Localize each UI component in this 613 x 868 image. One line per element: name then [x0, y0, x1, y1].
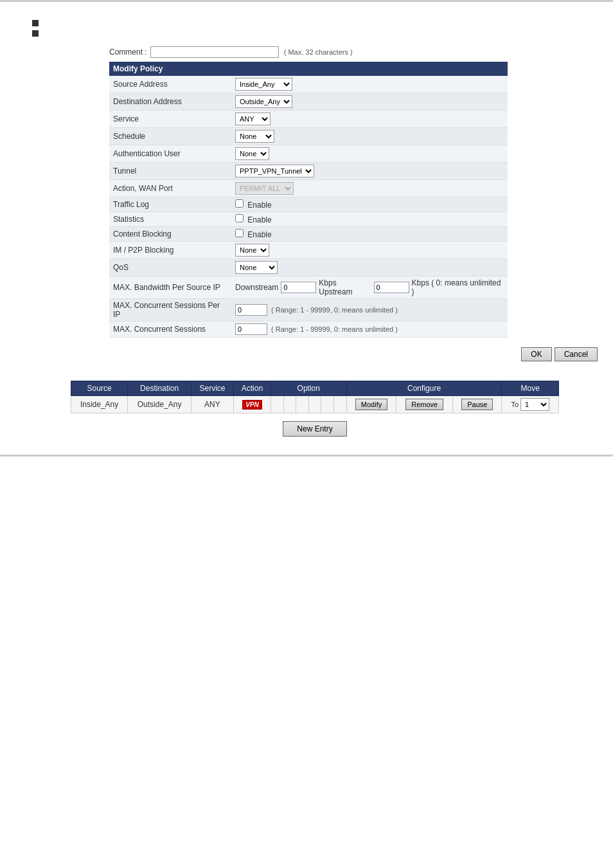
modify-policy-header: Modify Policy: [109, 62, 508, 76]
row-content-blocking: Content Blocking Enable: [109, 227, 508, 242]
label-source-address: Source Address: [109, 76, 231, 93]
list-service: ANY: [191, 396, 234, 413]
select-schedule[interactable]: None Always: [235, 130, 274, 143]
value-destination-address: Outside_Any Inside_Any ANY: [231, 93, 508, 111]
traffic-log-enable-label: Enable: [247, 201, 271, 210]
value-action-wan-port: PERMIT ALL DENY: [231, 180, 508, 197]
move-to-select[interactable]: 1 2 3: [520, 398, 549, 411]
col-option: Option: [271, 381, 346, 396]
col-service: Service: [191, 381, 234, 396]
option-6: [334, 396, 347, 413]
value-max-sessions: ( Range: 1 - 99999, 0: means unlimited ): [231, 321, 508, 338]
remove-button[interactable]: Remove: [405, 399, 443, 410]
statistics-enable[interactable]: Enable: [235, 215, 272, 224]
value-qos: None High Medium Low: [231, 259, 508, 276]
row-max-sessions-per-ip: MAX. Concurrent Sessions Per IP ( Range:…: [109, 299, 508, 321]
select-destination-address[interactable]: Outside_Any Inside_Any ANY: [235, 95, 292, 108]
traffic-log-checkbox[interactable]: [235, 199, 244, 208]
move-to-label: To: [511, 401, 519, 408]
bullet-square-1: [32, 20, 39, 26]
modify-policy-table: Modify Policy Source Address Inside_Any …: [109, 62, 508, 338]
row-source-address: Source Address Inside_Any Outside_Any AN…: [109, 76, 508, 93]
row-max-bandwidth: MAX. Bandwidth Per Source IP Downstream …: [109, 276, 508, 299]
value-im-p2p: None Block: [231, 242, 508, 259]
bandwidth-suffix: Kbps ( 0: means unlimited ): [412, 278, 504, 296]
col-action: Action: [233, 381, 271, 396]
sessions-per-ip-row: ( Range: 1 - 99999, 0: means unlimited ): [235, 304, 504, 316]
kbps-upstream-label: Kbps Upstream: [319, 278, 371, 296]
row-traffic-log: Traffic Log Enable: [109, 197, 508, 212]
pause-button[interactable]: Pause: [461, 399, 493, 410]
row-service: Service ANY HTTP FTP: [109, 111, 508, 128]
content-blocking-enable[interactable]: Enable: [235, 230, 272, 239]
option-1: [271, 396, 283, 413]
list-source: Inside_Any: [71, 396, 128, 413]
configure-remove: Remove: [396, 396, 453, 413]
value-schedule: None Always: [231, 128, 508, 145]
label-content-blocking: Content Blocking: [109, 227, 231, 242]
list-action: VPN: [233, 396, 271, 413]
sessions-per-ip-input[interactable]: [235, 304, 267, 316]
cancel-button[interactable]: Cancel: [555, 347, 598, 361]
row-max-sessions: MAX. Concurrent Sessions ( Range: 1 - 99…: [109, 321, 508, 338]
row-im-p2p: IM / P2P Blocking None Block: [109, 242, 508, 259]
policy-list-table: Source Destination Service Action Option…: [71, 381, 559, 413]
modify-button[interactable]: Modify: [355, 399, 387, 410]
move-cell: To 1 2 3: [502, 396, 559, 413]
label-auth-user: Authentication User: [109, 145, 231, 163]
content-blocking-checkbox[interactable]: [235, 229, 244, 237]
row-auth-user: Authentication User None Any: [109, 145, 508, 163]
select-tunnel[interactable]: PPTP_VPN_Tunnel None: [235, 165, 314, 177]
configure-modify: Modify: [346, 396, 396, 413]
label-destination-address: Destination Address: [109, 93, 231, 111]
content-blocking-enable-label: Enable: [247, 230, 271, 239]
value-auth-user: None Any: [231, 145, 508, 163]
row-tunnel: Tunnel PPTP_VPN_Tunnel None: [109, 163, 508, 180]
select-im-p2p[interactable]: None Block: [235, 244, 269, 257]
row-qos: QoS None High Medium Low: [109, 259, 508, 276]
value-statistics: Enable: [231, 212, 508, 227]
row-destination-address: Destination Address Outside_Any Inside_A…: [109, 93, 508, 111]
value-max-bandwidth: Downstream Kbps Upstream Kbps ( 0: means…: [231, 276, 508, 299]
value-max-sessions-per-ip: ( Range: 1 - 99999, 0: means unlimited ): [231, 299, 508, 321]
col-source: Source: [71, 381, 128, 396]
option-4: [308, 396, 321, 413]
comment-input[interactable]: [150, 46, 279, 58]
downstream-input[interactable]: [281, 282, 316, 293]
select-service[interactable]: ANY HTTP FTP: [235, 113, 271, 125]
configure-pause: Pause: [453, 396, 502, 413]
option-5: [321, 396, 334, 413]
sessions-per-ip-hint: ( Range: 1 - 99999, 0: means unlimited ): [271, 306, 398, 314]
sessions-input[interactable]: [235, 323, 267, 335]
value-service: ANY HTTP FTP: [231, 111, 508, 128]
ok-button[interactable]: OK: [521, 347, 551, 361]
col-move: Move: [502, 381, 559, 396]
value-source-address: Inside_Any Outside_Any ANY: [231, 76, 508, 93]
label-statistics: Statistics: [109, 212, 231, 227]
select-action-wan-port: PERMIT ALL DENY: [235, 182, 294, 195]
row-statistics: Statistics Enable: [109, 212, 508, 227]
policy-list-row: Inside_Any Outside_Any ANY VPN Modify Re…: [71, 396, 559, 413]
comment-label: Comment :: [109, 48, 147, 57]
statistics-checkbox[interactable]: [235, 214, 244, 222]
label-im-p2p: IM / P2P Blocking: [109, 242, 231, 259]
label-action-wan-port: Action, WAN Port: [109, 180, 231, 197]
select-source-address[interactable]: Inside_Any Outside_Any ANY: [235, 78, 292, 91]
label-qos: QoS: [109, 259, 231, 276]
new-entry-button[interactable]: New Entry: [283, 421, 347, 437]
statistics-enable-label: Enable: [247, 215, 271, 224]
traffic-log-enable[interactable]: Enable: [235, 201, 272, 210]
bullet-item-1: [32, 20, 594, 26]
select-qos[interactable]: None High Medium Low: [235, 261, 278, 274]
row-action-wan-port: Action, WAN Port PERMIT ALL DENY: [109, 180, 508, 197]
value-tunnel: PPTP_VPN_Tunnel None: [231, 163, 508, 180]
label-schedule: Schedule: [109, 128, 231, 145]
label-service: Service: [109, 111, 231, 128]
option-3: [296, 396, 309, 413]
select-auth-user[interactable]: None Any: [235, 147, 269, 160]
upstream-input[interactable]: [374, 282, 409, 293]
comment-hint: ( Max. 32 characters ): [284, 48, 353, 56]
label-max-sessions: MAX. Concurrent Sessions: [109, 321, 231, 338]
bandwidth-row: Downstream Kbps Upstream Kbps ( 0: means…: [235, 278, 504, 296]
label-max-sessions-per-ip: MAX. Concurrent Sessions Per IP: [109, 299, 231, 321]
